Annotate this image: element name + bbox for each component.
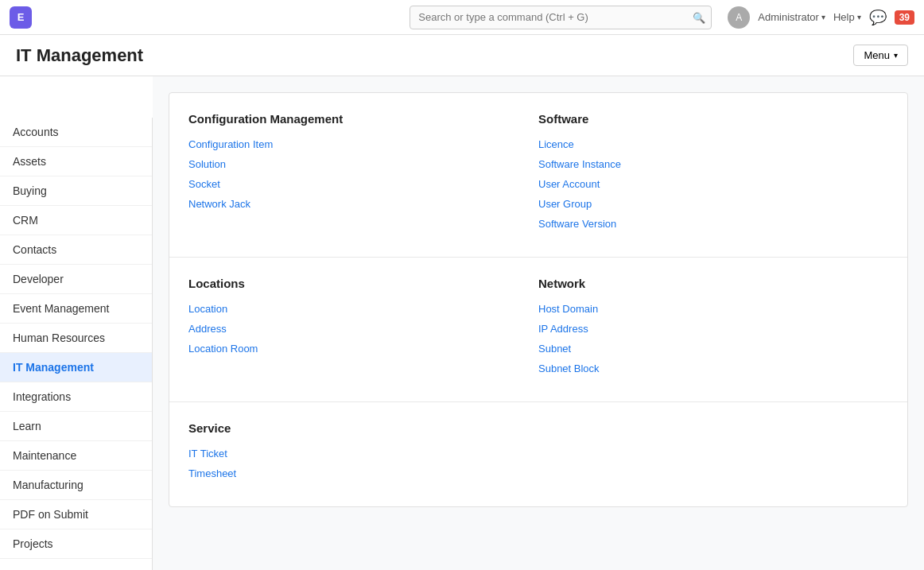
avatar: A	[728, 6, 750, 29]
notification-badge[interactable]: 39	[895, 10, 914, 25]
link-socket[interactable]: Socket	[188, 178, 538, 190]
link-network-jack[interactable]: Network Jack	[188, 198, 538, 210]
page-title: IT Management	[16, 45, 143, 66]
search-icon: 🔍	[693, 11, 705, 23]
menu-button[interactable]: Menu ▾	[853, 45, 908, 66]
link-software-version[interactable]: Software Version	[538, 218, 888, 230]
sidebar-item-it-management[interactable]: IT Management	[0, 353, 152, 382]
link-subnet-block[interactable]: Subnet Block	[538, 363, 888, 374]
sidebar-item-developer[interactable]: Developer	[0, 265, 152, 294]
admin-button[interactable]: Administrator ▾	[758, 11, 825, 23]
section-title-left-service: Service	[188, 421, 538, 435]
section-config: Configuration ManagementConfiguration It…	[169, 93, 907, 258]
link-host-domain[interactable]: Host Domain	[538, 303, 888, 315]
admin-label: Administrator	[758, 11, 819, 23]
link-ip-address[interactable]: IP Address	[538, 323, 888, 335]
sidebar-item-human-resources[interactable]: Human Resources	[0, 324, 152, 353]
main-content: Configuration ManagementConfiguration It…	[153, 76, 924, 570]
nav-right: A Administrator ▾ Help ▾ 💬 39	[728, 6, 914, 29]
help-caret-icon: ▾	[857, 13, 861, 21]
link-it-ticket[interactable]: IT Ticket	[188, 448, 538, 459]
section-col-right-service	[538, 421, 888, 487]
link-location-room[interactable]: Location Room	[188, 343, 538, 355]
section-col-right-config: SoftwareLicenceSoftware InstanceUser Acc…	[538, 112, 888, 238]
section-col-left-locations: LocationsLocationAddressLocation Room	[188, 277, 538, 382]
sidebar-item-learn[interactable]: Learn	[0, 412, 152, 441]
content-area: Configuration ManagementConfiguration It…	[169, 92, 908, 507]
sidebar-item-crm[interactable]: CRM	[0, 206, 152, 235]
search-bar: 🔍	[410, 6, 712, 29]
section-col-right-locations: NetworkHost DomainIP AddressSubnetSubnet…	[538, 277, 888, 382]
help-button[interactable]: Help ▾	[833, 11, 861, 23]
sidebar-item-pdf-on-submit[interactable]: PDF on Submit	[0, 500, 152, 529]
section-col-left-service: ServiceIT TicketTimesheet	[188, 421, 538, 487]
sidebar: AccountsAssetsBuyingCRMContactsDeveloper…	[0, 118, 153, 570]
section-col-left-config: Configuration ManagementConfiguration It…	[188, 112, 538, 238]
search-input[interactable]	[410, 6, 712, 29]
page-header: IT Management Menu ▾	[0, 35, 924, 76]
link-location[interactable]: Location	[188, 303, 538, 315]
sidebar-item-maintenance[interactable]: Maintenance	[0, 441, 152, 471]
admin-caret-icon: ▾	[821, 13, 825, 21]
sidebar-item-buying[interactable]: Buying	[0, 176, 152, 206]
section-title-left-locations: Locations	[188, 277, 538, 290]
section-service: ServiceIT TicketTimesheet	[169, 402, 907, 506]
link-licence[interactable]: Licence	[538, 138, 888, 150]
section-title-right-config: Software	[538, 112, 888, 126]
sidebar-item-projects[interactable]: Projects	[0, 529, 152, 559]
menu-caret-icon: ▾	[894, 51, 898, 60]
sidebar-item-accounts[interactable]: Accounts	[0, 118, 152, 147]
section-title-right-locations: Network	[538, 277, 888, 290]
link-subnet[interactable]: Subnet	[538, 343, 888, 355]
help-label: Help	[833, 11, 855, 23]
app-icon[interactable]: E	[10, 6, 32, 29]
link-solution[interactable]: Solution	[188, 158, 538, 170]
link-software-instance[interactable]: Software Instance	[538, 158, 888, 170]
topnav: E 🔍 A Administrator ▾ Help ▾ 💬 39	[0, 0, 924, 35]
link-timesheet[interactable]: Timesheet	[188, 467, 538, 479]
section-title-left-config: Configuration Management	[188, 112, 538, 126]
sidebar-item-contacts[interactable]: Contacts	[0, 235, 152, 265]
link-configuration-item[interactable]: Configuration Item	[188, 138, 538, 150]
chat-icon[interactable]: 💬	[869, 9, 887, 26]
sidebar-item-assets[interactable]: Assets	[0, 147, 152, 176]
sidebar-item-integrations[interactable]: Integrations	[0, 382, 152, 412]
app-letter: E	[17, 11, 25, 23]
menu-label: Menu	[864, 49, 890, 61]
link-user-account[interactable]: User Account	[538, 178, 888, 190]
link-address[interactable]: Address	[188, 323, 538, 335]
sidebar-item-manufacturing[interactable]: Manufacturing	[0, 471, 152, 500]
section-locations: LocationsLocationAddressLocation RoomNet…	[169, 258, 907, 402]
link-user-group[interactable]: User Group	[538, 198, 888, 210]
sidebar-item-event-management[interactable]: Event Management	[0, 294, 152, 324]
page-wrapper: AccountsAssetsBuyingCRMContactsDeveloper…	[0, 35, 924, 570]
